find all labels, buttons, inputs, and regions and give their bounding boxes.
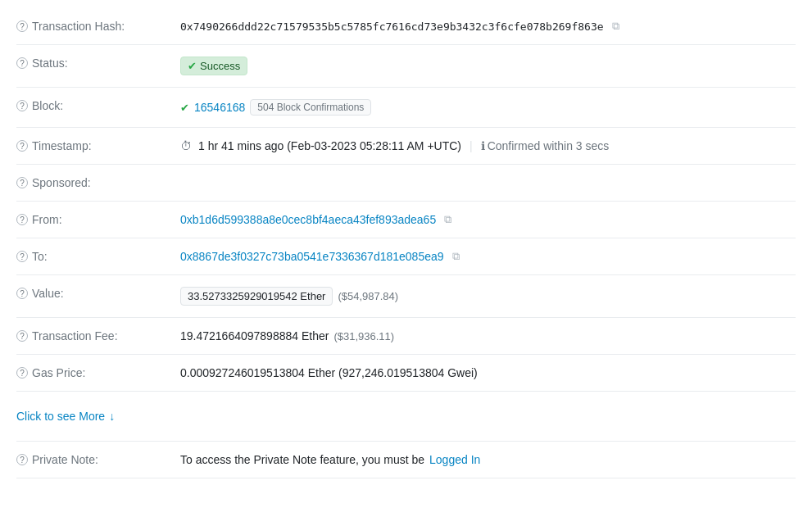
gas-price-label: Gas Price:	[32, 366, 85, 379]
click-more-row: Click to see More ↓	[16, 392, 796, 442]
value-label: Value:	[32, 287, 64, 300]
help-icon-hash[interactable]: ?	[16, 20, 28, 32]
value-value-col: 33.5273325929019542 Ether ($54,987.84)	[180, 287, 796, 306]
status-row: ? Status: ✔ Success	[16, 45, 796, 88]
pipe-divider: |	[470, 139, 473, 152]
from-address-link[interactable]: 0xb1d6d599388a8e0cec8bf4aeca43fef893adea…	[180, 213, 436, 226]
logged-in-link[interactable]: Logged In	[429, 453, 480, 466]
to-label: To:	[32, 250, 48, 263]
block-check-icon: ✔	[180, 102, 189, 114]
gas-price-value-col: 0.000927246019513804 Ether (927,246.0195…	[180, 366, 796, 379]
block-row: ? Block: ✔ 16546168 504 Block Confirmati…	[16, 88, 796, 128]
to-value-col: 0x8867de3f0327c73ba0541e7336367d181e085e…	[180, 250, 796, 263]
timestamp-label-col: ? Timestamp:	[16, 139, 180, 152]
copy-to-icon[interactable]: ⧉	[452, 250, 460, 263]
status-text: Success	[200, 60, 240, 72]
info-icon: ℹ	[481, 139, 485, 152]
from-label: From:	[32, 213, 62, 226]
copy-from-icon[interactable]: ⧉	[444, 213, 451, 226]
private-note-text: To access the Private Note feature, you …	[180, 453, 424, 466]
fee-row: ? Transaction Fee: 19.4721664097898884 E…	[16, 318, 796, 355]
help-icon-to[interactable]: ?	[16, 251, 28, 262]
status-label: Status:	[32, 57, 68, 70]
help-icon-block[interactable]: ?	[16, 100, 28, 111]
sponsored-label: Sponsored:	[32, 176, 91, 189]
help-icon-from[interactable]: ?	[16, 214, 28, 225]
confirmed-text: Confirmed within 3 secs	[488, 139, 610, 152]
fee-usd: ($31,936.11)	[333, 330, 394, 342]
value-row: ? Value: 33.5273325929019542 Ether ($54,…	[16, 275, 796, 318]
gas-price-label-col: ? Gas Price:	[16, 366, 180, 379]
to-address-link[interactable]: 0x8867de3f0327c73ba0541e7336367d181e085e…	[180, 250, 444, 263]
gas-price-amount: 0.000927246019513804 Ether (927,246.0195…	[180, 366, 478, 379]
clock-icon: ⏱	[180, 139, 192, 152]
arrow-down-icon: ↓	[109, 410, 115, 423]
help-icon-sponsored[interactable]: ?	[16, 177, 28, 188]
from-label-col: ? From:	[16, 213, 180, 226]
sponsored-row: ? Sponsored:	[16, 165, 796, 202]
timestamp-text: 1 hr 41 mins ago (Feb-03-2023 05:28:11 A…	[198, 139, 461, 152]
from-row: ? From: 0xb1d6d599388a8e0cec8bf4aeca43fe…	[16, 202, 796, 238]
help-icon-timestamp[interactable]: ?	[16, 140, 28, 152]
transaction-hash-value-col: 0x7490266ddd22c71579535b5c5785fc7616cd73…	[180, 20, 796, 33]
block-label-col: ? Block:	[16, 99, 180, 112]
confirmed-info: ℹ Confirmed within 3 secs	[481, 139, 610, 152]
ether-value-badge: 33.5273325929019542 Ether	[180, 287, 333, 306]
transaction-hash-label: Transaction Hash:	[32, 20, 125, 33]
block-confirmations-badge: 504 Block Confirmations	[250, 99, 371, 116]
private-note-row: ? Private Note: To access the Private No…	[16, 442, 796, 478]
help-icon-fee[interactable]: ?	[16, 330, 28, 342]
status-value-col: ✔ Success	[180, 57, 796, 75]
transaction-hash-value: 0x7490266ddd22c71579535b5c5785fc7616cd73…	[180, 20, 604, 33]
to-row: ? To: 0x8867de3f0327c73ba0541e7336367d18…	[16, 238, 796, 275]
transaction-hash-label-col: ? Transaction Hash:	[16, 20, 180, 33]
to-label-col: ? To:	[16, 250, 180, 263]
status-badge: ✔ Success	[180, 57, 247, 75]
sponsored-label-col: ? Sponsored:	[16, 176, 180, 189]
private-note-label: Private Note:	[32, 453, 98, 466]
click-more-text: Click to see More	[16, 410, 105, 423]
private-note-label-col: ? Private Note:	[16, 453, 180, 466]
usd-value-text: ($54,987.84)	[338, 290, 398, 302]
fee-amount: 19.4721664097898884 Ether	[180, 329, 329, 342]
status-label-col: ? Status:	[16, 57, 180, 70]
fee-label: Transaction Fee:	[32, 329, 118, 342]
value-label-col: ? Value:	[16, 287, 180, 300]
timestamp-label: Timestamp:	[32, 139, 92, 152]
copy-hash-icon[interactable]: ⧉	[612, 20, 619, 33]
click-more-link[interactable]: Click to see More ↓	[16, 401, 115, 431]
fee-label-col: ? Transaction Fee:	[16, 329, 180, 342]
help-icon-value[interactable]: ?	[16, 288, 28, 299]
from-value-col: 0xb1d6d599388a8e0cec8bf4aeca43fef893adea…	[180, 213, 796, 226]
timestamp-row: ? Timestamp: ⏱ 1 hr 41 mins ago (Feb-03-…	[16, 128, 796, 165]
check-circle-icon: ✔	[188, 60, 197, 72]
transaction-hash-row: ? Transaction Hash: 0x7490266ddd22c71579…	[16, 8, 796, 45]
private-note-value-col: To access the Private Note feature, you …	[180, 453, 796, 466]
help-icon-private-note[interactable]: ?	[16, 454, 28, 465]
block-value-col: ✔ 16546168 504 Block Confirmations	[180, 99, 796, 116]
gas-price-row: ? Gas Price: 0.000927246019513804 Ether …	[16, 355, 796, 392]
help-icon-status[interactable]: ?	[16, 57, 28, 69]
fee-value-col: 19.4721664097898884 Ether ($31,936.11)	[180, 329, 796, 342]
block-label: Block:	[32, 99, 63, 112]
help-icon-gas[interactable]: ?	[16, 367, 28, 379]
block-number-link[interactable]: 16546168	[194, 101, 245, 114]
timestamp-value-col: ⏱ 1 hr 41 mins ago (Feb-03-2023 05:28:11…	[180, 139, 796, 152]
